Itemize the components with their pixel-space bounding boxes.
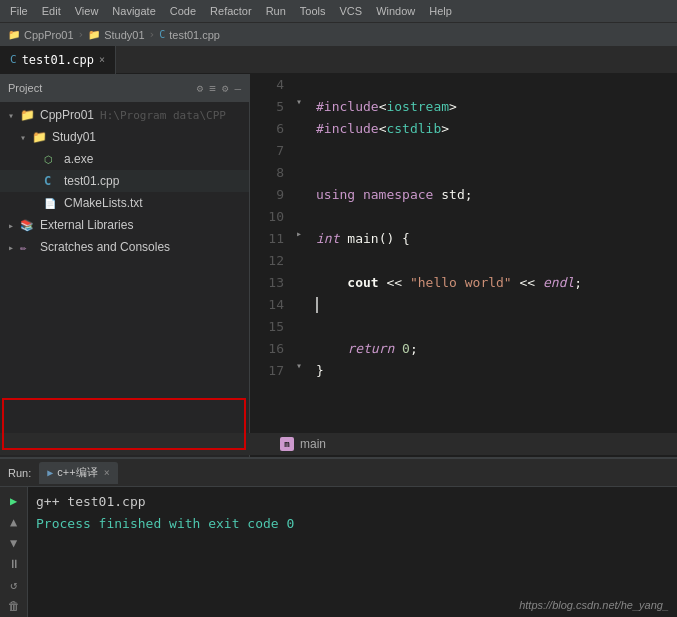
- project-folder-icon: 📁: [8, 29, 20, 40]
- tree-path-cppro01: H:\Program data\CPP: [100, 109, 226, 122]
- code-line-11: int main() {: [316, 228, 673, 250]
- menu-bar: File Edit View Navigate Code Refactor Ru…: [0, 0, 677, 22]
- extlibs-icon: 📚: [20, 219, 36, 232]
- tree-label-scratches: Scratches and Consoles: [40, 240, 170, 254]
- main-indicator-bar: m main: [0, 433, 677, 455]
- compile-tab-label: c++编译: [57, 465, 97, 480]
- tree-label-aexe: a.exe: [64, 152, 93, 166]
- breadcrumb-sep-1: ›: [78, 28, 85, 41]
- cmake-icon: 📄: [44, 198, 60, 209]
- menu-code[interactable]: Code: [164, 3, 202, 19]
- main-indicator-text: main: [300, 437, 326, 451]
- bottom-tab-bar: Run: ▶ c++编译 ×: [0, 459, 677, 487]
- tree-label-extlibs: External Libraries: [40, 218, 133, 232]
- code-line-5: #include<iostream>: [316, 96, 673, 118]
- compile-tab-icon: ▶: [47, 467, 53, 478]
- sidebar-settings-icon[interactable]: ⚙: [197, 82, 204, 95]
- compile-tab-close[interactable]: ×: [104, 467, 110, 478]
- code-line-4: [316, 74, 673, 96]
- pause-btn[interactable]: ⏸: [3, 554, 25, 573]
- breadcrumb: 📁 CppPro01 › 📁 Study01 › C test01.cpp: [0, 22, 677, 46]
- tab-bar: C test01.cpp ×: [0, 46, 677, 74]
- tree-label-cppro01: CppPro01: [40, 108, 94, 122]
- tab-cpp-icon: C: [10, 53, 17, 66]
- tree-item-study01[interactable]: ▾ 📁 Study01: [0, 126, 249, 148]
- fold-icon-close[interactable]: ▾: [296, 360, 302, 371]
- scratches-icon: ✏: [20, 241, 36, 254]
- breadcrumb-study[interactable]: Study01: [104, 29, 144, 41]
- sidebar-header: Project ⚙ ≡ ⚙ —: [0, 74, 249, 102]
- menu-vcs[interactable]: VCS: [334, 3, 369, 19]
- code-line-16: return 0;: [316, 338, 673, 360]
- breadcrumb-cpp-icon: C: [159, 29, 165, 40]
- reload-btn[interactable]: ↺: [3, 575, 25, 594]
- sidebar-title: Project: [8, 82, 191, 94]
- tree-label-test01: test01.cpp: [64, 174, 119, 188]
- code-line-13: cout << "hello world" << endl;: [316, 272, 673, 294]
- tab-test01[interactable]: C test01.cpp ×: [0, 46, 116, 74]
- sidebar-icons: ⚙ ≡ ⚙ —: [197, 82, 242, 95]
- tree-arrow-cppro01: ▾: [8, 110, 20, 121]
- fold-icon-main[interactable]: ▸: [296, 228, 302, 239]
- tree-label-study01: Study01: [52, 130, 96, 144]
- tree-item-aexe[interactable]: ⬡ a.exe: [0, 148, 249, 170]
- tree-arrow-scratches: ▸: [8, 242, 20, 253]
- breadcrumb-study-icon: 📁: [88, 29, 100, 40]
- code-line-9: using namespace std;: [316, 184, 673, 206]
- code-line-8: [316, 162, 673, 184]
- tree-arrow-extlibs: ▸: [8, 220, 20, 231]
- bottom-content: g++ test01.cpp Process finished with exi…: [28, 487, 677, 617]
- tree-item-cmake[interactable]: 📄 CMakeLists.txt: [0, 192, 249, 214]
- command-line: g++ test01.cpp: [36, 491, 669, 513]
- fold-icon-include[interactable]: ▾: [296, 96, 302, 107]
- bottom-panel: Run: ▶ c++编译 × ▶ ▲ ▼ ⏸ ↺ 🗑 g++ test01.cp…: [0, 457, 677, 617]
- code-line-17: }: [316, 360, 673, 382]
- menu-file[interactable]: File: [4, 3, 34, 19]
- scroll-up-btn[interactable]: ▲: [3, 512, 25, 531]
- exe-icon-aexe: ⬡: [44, 154, 60, 165]
- breadcrumb-project[interactable]: CppPro01: [24, 29, 74, 41]
- code-line-10: [316, 206, 673, 228]
- tree-label-cmake: CMakeLists.txt: [64, 196, 143, 210]
- folder-icon-study01: 📁: [32, 130, 48, 144]
- run-label: Run:: [8, 467, 31, 479]
- sidebar-layout-icon[interactable]: ≡: [209, 82, 216, 95]
- tree-item-cppro01[interactable]: ▾ 📁 CppPro01 H:\Program data\CPP: [0, 104, 249, 126]
- clear-btn[interactable]: 🗑: [3, 596, 25, 615]
- menu-tools[interactable]: Tools: [294, 3, 332, 19]
- tree-item-extlibs[interactable]: ▸ 📚 External Libraries: [0, 214, 249, 236]
- tab-close-btn[interactable]: ×: [99, 54, 105, 65]
- code-line-15: [316, 316, 673, 338]
- breadcrumb-sep-2: ›: [149, 28, 156, 41]
- tree-item-test01cpp[interactable]: C test01.cpp: [0, 170, 249, 192]
- breadcrumb-file[interactable]: test01.cpp: [169, 29, 220, 41]
- sidebar-gear-icon[interactable]: ⚙: [222, 82, 229, 95]
- code-line-7: [316, 140, 673, 162]
- menu-help[interactable]: Help: [423, 3, 458, 19]
- code-line-6: #include<cstdlib>: [316, 118, 673, 140]
- tree-arrow-study01: ▾: [20, 132, 32, 143]
- tab-label: test01.cpp: [22, 53, 94, 67]
- code-line-12: [316, 250, 673, 272]
- bottom-toolbar: ▶ ▲ ▼ ⏸ ↺ 🗑: [0, 487, 28, 617]
- menu-navigate[interactable]: Navigate: [106, 3, 161, 19]
- code-line-14: [316, 294, 673, 316]
- menu-run[interactable]: Run: [260, 3, 292, 19]
- menu-view[interactable]: View: [69, 3, 105, 19]
- run-btn[interactable]: ▶: [3, 491, 25, 510]
- bottom-tab-compile[interactable]: ▶ c++编译 ×: [39, 462, 117, 484]
- menu-window[interactable]: Window: [370, 3, 421, 19]
- cpp-icon-test01: C: [44, 174, 60, 188]
- menu-edit[interactable]: Edit: [36, 3, 67, 19]
- process-finished-line: Process finished with exit code 0: [36, 513, 669, 535]
- watermark: https://blog.csdn.net/he_yang_: [519, 599, 669, 611]
- menu-refactor[interactable]: Refactor: [204, 3, 258, 19]
- sidebar-minimize-icon[interactable]: —: [234, 82, 241, 95]
- scroll-down-btn[interactable]: ▼: [3, 533, 25, 552]
- main-indicator-icon: m: [280, 437, 294, 451]
- tree-item-scratches[interactable]: ▸ ✏ Scratches and Consoles: [0, 236, 249, 258]
- folder-icon-cppro01: 📁: [20, 108, 36, 122]
